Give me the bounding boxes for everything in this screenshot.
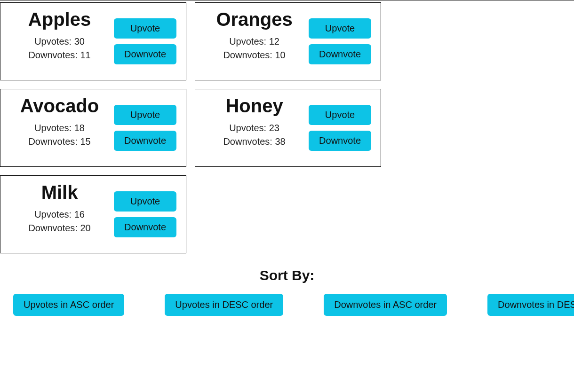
upvotes-count: Upvotes: 12: [229, 35, 279, 48]
downvote-button[interactable]: Downvote: [114, 131, 176, 151]
card-title: Avocado: [20, 95, 99, 117]
downvotes-count: Downvotes: 11: [28, 48, 90, 62]
upvotes-count: Upvotes: 16: [34, 208, 85, 221]
card-title: Apples: [28, 8, 91, 30]
upvote-button[interactable]: Upvote: [114, 18, 176, 39]
sort-buttons: Upvotes in ASC order Upvotes in DESC ord…: [0, 294, 574, 316]
card-actions: Upvote Downvote: [309, 95, 371, 161]
downvotes-count: Downvotes: 20: [28, 221, 90, 235]
card-actions: Upvote Downvote: [309, 8, 371, 74]
card-actions: Upvote Downvote: [114, 8, 176, 74]
card-info: Avocado Upvotes: 18 Downvotes: 15: [5, 95, 114, 161]
sort-upvotes-desc-button[interactable]: Upvotes in DESC order: [165, 294, 283, 316]
sort-section: Sort By: Upvotes in ASC order Upvotes in…: [0, 267, 574, 316]
sort-downvotes-asc-button[interactable]: Downvotes in ASC order: [324, 294, 447, 316]
sort-upvotes-asc-button[interactable]: Upvotes in ASC order: [13, 294, 124, 316]
downvotes-count: Downvotes: 15: [28, 135, 90, 149]
item-card: Avocado Upvotes: 18 Downvotes: 15 Upvote…: [0, 89, 186, 167]
cards-grid: Apples Upvotes: 30 Downvotes: 11 Upvote …: [0, 0, 574, 253]
sort-title: Sort By:: [0, 267, 574, 283]
sort-downvotes-desc-button[interactable]: Downvotes in DESC order: [487, 294, 574, 316]
downvotes-count: Downvotes: 38: [223, 135, 285, 149]
item-card: Milk Upvotes: 16 Downvotes: 20 Upvote Do…: [0, 175, 186, 253]
item-card: Oranges Upvotes: 12 Downvotes: 10 Upvote…: [195, 2, 381, 80]
upvote-button[interactable]: Upvote: [309, 18, 371, 39]
item-card: Honey Upvotes: 23 Downvotes: 38 Upvote D…: [195, 89, 381, 167]
card-actions: Upvote Downvote: [114, 95, 176, 161]
downvotes-count: Downvotes: 10: [223, 48, 285, 62]
upvotes-count: Upvotes: 18: [34, 121, 85, 135]
card-title: Oranges: [216, 8, 292, 30]
card-info: Apples Upvotes: 30 Downvotes: 11: [5, 8, 114, 74]
card-title: Milk: [41, 181, 78, 203]
card-info: Honey Upvotes: 23 Downvotes: 38: [200, 95, 309, 161]
downvote-button[interactable]: Downvote: [114, 44, 176, 64]
upvotes-count: Upvotes: 30: [34, 35, 85, 48]
card-info: Milk Upvotes: 16 Downvotes: 20: [5, 181, 114, 247]
downvote-button[interactable]: Downvote: [114, 217, 176, 237]
downvote-button[interactable]: Downvote: [309, 131, 371, 151]
card-actions: Upvote Downvote: [114, 181, 176, 247]
upvotes-count: Upvotes: 23: [229, 121, 279, 135]
upvote-button[interactable]: Upvote: [114, 191, 176, 212]
card-info: Oranges Upvotes: 12 Downvotes: 10: [200, 8, 309, 74]
upvote-button[interactable]: Upvote: [114, 105, 176, 125]
upvote-button[interactable]: Upvote: [309, 105, 371, 125]
card-title: Honey: [225, 95, 283, 117]
item-card: Apples Upvotes: 30 Downvotes: 11 Upvote …: [0, 2, 186, 80]
downvote-button[interactable]: Downvote: [309, 44, 371, 64]
